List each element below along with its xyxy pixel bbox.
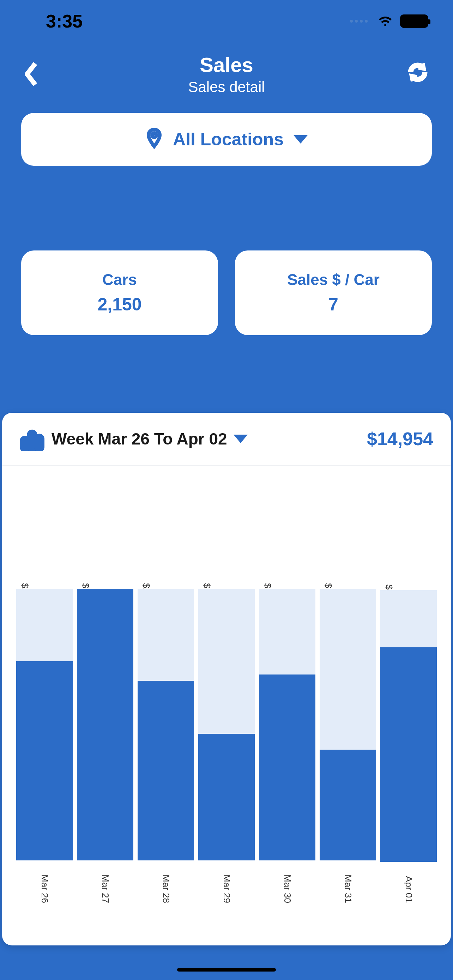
summary-cards: Cars 2,150 Sales $ / Car 7 — [21, 250, 432, 335]
location-pin-icon — [145, 128, 163, 151]
status-right — [350, 12, 428, 30]
signal-dots-icon — [350, 20, 368, 22]
bar-x-label: Mar 27 — [100, 875, 111, 903]
svg-point-0 — [152, 133, 156, 137]
card-value: 7 — [329, 294, 339, 315]
location-label: All Locations — [173, 129, 284, 150]
bar-x-label: Mar 31 — [343, 875, 353, 903]
bar-x-label: Mar 30 — [282, 875, 293, 903]
bar-x-label: Mar 28 — [161, 875, 172, 903]
card-value: 2,150 — [97, 294, 141, 315]
chart-bar[interactable]: $2,488Apr 01 — [380, 590, 437, 903]
svg-rect-2 — [30, 433, 34, 449]
chart-bar[interactable]: $2,158Mar 30 — [259, 589, 315, 903]
chart-area: $2,314Mar 26$3,153Mar 27$2,084Mar 28$1,4… — [2, 466, 451, 945]
card-sales-per-car[interactable]: Sales $ / Car 7 — [235, 250, 432, 335]
chart-bar[interactable]: $1,471Mar 29 — [198, 589, 255, 903]
date-range-select[interactable]: Week Mar 26 To Apr 02 — [51, 430, 227, 449]
nav-header: Sales Sales detail — [0, 42, 453, 106]
refresh-button[interactable] — [407, 62, 432, 86]
chart-bar[interactable]: $2,314Mar 26 — [16, 589, 73, 903]
location-select[interactable]: All Locations — [21, 113, 432, 166]
chevron-down-icon — [294, 135, 308, 143]
back-button[interactable] — [21, 60, 42, 88]
home-indicator[interactable] — [177, 968, 276, 972]
page-title: Sales — [188, 53, 265, 76]
wifi-icon — [377, 12, 394, 30]
card-label: Sales $ / Car — [287, 271, 380, 289]
status-time: 3:35 — [46, 11, 83, 32]
card-label: Cars — [102, 271, 137, 289]
panel-header: Week Mar 26 To Apr 02 $14,954 — [2, 413, 451, 466]
chart-bar[interactable]: $3,153Mar 27 — [77, 589, 134, 903]
chart-bar[interactable]: $1,286Mar 31 — [319, 589, 376, 903]
svg-rect-1 — [23, 439, 27, 449]
chart-bar[interactable]: $2,084Mar 28 — [138, 589, 194, 903]
chart-panel: Week Mar 26 To Apr 02 $14,954 $2,314Mar … — [2, 413, 451, 945]
status-bar: 3:35 — [0, 0, 453, 42]
bar-x-label: Mar 26 — [39, 875, 50, 903]
bar-x-label: Apr 01 — [403, 876, 414, 903]
panel-total: $14,954 — [367, 428, 433, 449]
svg-rect-3 — [37, 437, 41, 449]
card-cars[interactable]: Cars 2,150 — [21, 250, 218, 335]
bar-x-label: Mar 29 — [221, 875, 232, 903]
page-subtitle: Sales detail — [188, 79, 265, 95]
battery-icon — [400, 14, 428, 28]
bar-chart-icon — [20, 426, 45, 451]
chevron-down-icon[interactable] — [234, 434, 248, 443]
